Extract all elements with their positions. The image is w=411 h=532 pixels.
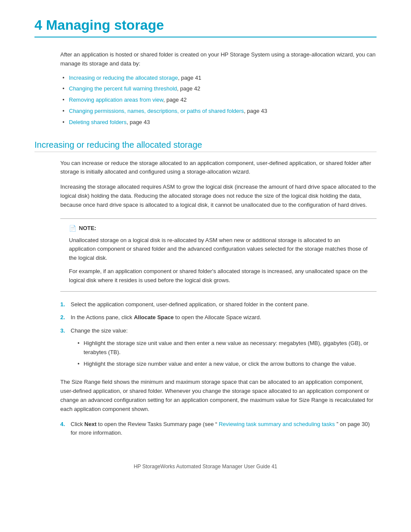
step-4-before: Click xyxy=(71,421,84,427)
steps-list: 1. Select the application component, use… xyxy=(60,300,377,372)
chapter-title-text: Managing storage xyxy=(46,17,164,33)
intro-paragraph: After an application is hosted or shared… xyxy=(34,50,377,68)
note-label: NOTE: xyxy=(79,225,96,231)
note-body: Unallocated storage on a logical disk is… xyxy=(69,236,368,285)
page-footer: HP StorageWorks Automated Storage Manage… xyxy=(34,464,377,470)
step-2: 2. In the Actions pane, click Allocate S… xyxy=(60,313,377,322)
footer-text: HP StorageWorks Automated Storage Manage… xyxy=(134,464,270,470)
note-para1: Unallocated storage on a logical disk is… xyxy=(69,236,368,263)
toc-link-2[interactable]: Changing the percent full warning thresh… xyxy=(69,85,177,92)
step-3-sub-1: Highlight the storage size unit value an… xyxy=(78,339,377,357)
step-3-sub-list: Highlight the storage size unit value an… xyxy=(71,339,377,368)
step-4-content: Click Next to open the Review Tasks Summ… xyxy=(71,420,377,438)
list-item: Removing application areas from view, pa… xyxy=(69,96,377,105)
size-range-para: The Size Range field shows the minimum a… xyxy=(60,378,377,414)
step-4-num: 4. xyxy=(60,420,71,438)
footer-page: 41 xyxy=(271,464,277,470)
list-item: Changing the percent full warning thresh… xyxy=(69,84,377,93)
step-1: 1. Select the application component, use… xyxy=(60,300,377,309)
note-header: 📄 NOTE: xyxy=(69,225,368,232)
step-2-text-after: to open the Allocate Space wizard. xyxy=(175,314,261,320)
toc-link-1[interactable]: Increasing or reducing the allocated sto… xyxy=(69,75,178,81)
list-item: Changing permissions, names, description… xyxy=(69,107,377,116)
note-para2: For example, if an application component… xyxy=(69,267,368,285)
step-4-middle: to open the Review Tasks Summary page (s… xyxy=(98,421,218,427)
step-3-content: Change the size value: Highlight the sto… xyxy=(71,327,377,372)
toc-link-3[interactable]: Removing application areas from view xyxy=(69,96,163,103)
step-4: 4. Click Next to open the Review Tasks S… xyxy=(60,420,377,438)
chapter-title: 4 Managing storage xyxy=(34,17,377,37)
step-1-content: Select the application component, user-d… xyxy=(71,300,377,309)
note-box: 📄 NOTE: Unallocated storage on a logical… xyxy=(60,218,377,292)
toc-link-4[interactable]: Changing permissions, names, description… xyxy=(69,108,244,114)
step-3-text: Change the size value: xyxy=(71,327,128,334)
section1-para2: Increasing the storage allocated require… xyxy=(60,183,377,209)
step4-list: 4. Click Next to open the Review Tasks S… xyxy=(60,420,377,438)
step-3-sub-2: Highlight the storage size number value … xyxy=(78,360,377,369)
note-icon: 📄 xyxy=(69,225,76,232)
chapter-number: 4 xyxy=(34,17,42,33)
step-3-num: 3. xyxy=(60,327,71,372)
section1-para1: You can increase or reduce the storage a… xyxy=(60,159,377,177)
step-2-bold: Allocate Space xyxy=(134,314,174,320)
step-2-num: 2. xyxy=(60,313,71,322)
step-4-bold: Next xyxy=(84,421,97,427)
step-3-sub-2-text: Highlight the storage size number value … xyxy=(84,361,356,367)
step-2-content: In the Actions pane, click Allocate Spac… xyxy=(71,313,377,322)
list-item: Deleting shared folders, page 43 xyxy=(69,118,377,127)
toc-link-5[interactable]: Deleting shared folders xyxy=(69,119,127,125)
step-1-num: 1. xyxy=(60,300,71,309)
section1-title: Increasing or reducing the allocated sto… xyxy=(34,140,377,152)
step-3-sub-1-text: Highlight the storage size unit value an… xyxy=(84,340,368,355)
step-3: 3. Change the size value: Highlight the … xyxy=(60,327,377,372)
step-2-text-before: In the Actions pane, click xyxy=(71,314,134,320)
step-4-link[interactable]: Reviewing task summary and scheduling ta… xyxy=(219,421,335,427)
page-container: 4 Managing storage After an application … xyxy=(0,0,411,495)
section1-body: You can increase or reduce the storage a… xyxy=(34,159,377,438)
toc-list: Increasing or reducing the allocated sto… xyxy=(34,74,377,127)
list-item: Increasing or reducing the allocated sto… xyxy=(69,74,377,83)
